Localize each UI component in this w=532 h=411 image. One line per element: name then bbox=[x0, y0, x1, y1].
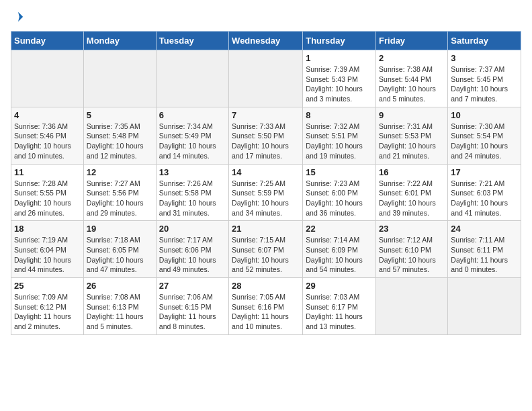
day-number: 28 bbox=[232, 281, 300, 291]
day-number: 2 bbox=[379, 53, 445, 63]
day-cell: 20Sunrise: 7:17 AM Sunset: 6:06 PM Dayli… bbox=[156, 221, 228, 278]
day-number: 1 bbox=[306, 53, 373, 63]
day-detail: Sunrise: 7:26 AM Sunset: 5:58 PM Dayligh… bbox=[159, 179, 226, 218]
day-cell: 8Sunrise: 7:32 AM Sunset: 5:51 PM Daylig… bbox=[303, 107, 376, 164]
day-detail: Sunrise: 7:34 AM Sunset: 5:49 PM Dayligh… bbox=[159, 122, 226, 161]
day-cell: 7Sunrise: 7:33 AM Sunset: 5:50 PM Daylig… bbox=[229, 107, 303, 164]
day-cell: 3Sunrise: 7:37 AM Sunset: 5:45 PM Daylig… bbox=[448, 50, 521, 107]
day-number: 24 bbox=[451, 224, 518, 234]
day-number: 3 bbox=[451, 53, 518, 63]
day-detail: Sunrise: 7:28 AM Sunset: 5:55 PM Dayligh… bbox=[14, 179, 81, 218]
day-number: 13 bbox=[159, 167, 226, 177]
day-cell: 9Sunrise: 7:31 AM Sunset: 5:53 PM Daylig… bbox=[376, 107, 448, 164]
day-cell: 23Sunrise: 7:12 AM Sunset: 6:10 PM Dayli… bbox=[376, 221, 448, 278]
day-cell: 21Sunrise: 7:15 AM Sunset: 6:07 PM Dayli… bbox=[229, 221, 303, 278]
col-header-monday: Monday bbox=[83, 32, 156, 50]
day-detail: Sunrise: 7:15 AM Sunset: 6:07 PM Dayligh… bbox=[232, 235, 300, 275]
day-cell bbox=[376, 278, 448, 335]
day-detail: Sunrise: 7:06 AM Sunset: 6:15 PM Dayligh… bbox=[159, 292, 226, 332]
day-detail: Sunrise: 7:12 AM Sunset: 6:10 PM Dayligh… bbox=[379, 235, 445, 275]
day-cell: 22Sunrise: 7:14 AM Sunset: 6:09 PM Dayli… bbox=[303, 221, 376, 278]
day-number: 26 bbox=[87, 281, 153, 291]
day-number: 15 bbox=[306, 167, 373, 177]
day-detail: Sunrise: 7:33 AM Sunset: 5:50 PM Dayligh… bbox=[232, 122, 300, 161]
week-row-4: 18Sunrise: 7:19 AM Sunset: 6:04 PM Dayli… bbox=[11, 221, 521, 278]
day-number: 17 bbox=[451, 167, 518, 177]
day-cell bbox=[229, 50, 303, 107]
day-cell bbox=[11, 50, 84, 107]
logo bbox=[11, 11, 24, 23]
day-detail: Sunrise: 7:05 AM Sunset: 6:16 PM Dayligh… bbox=[232, 292, 300, 332]
day-cell: 28Sunrise: 7:05 AM Sunset: 6:16 PM Dayli… bbox=[229, 278, 303, 335]
day-detail: Sunrise: 7:19 AM Sunset: 6:04 PM Dayligh… bbox=[14, 235, 81, 275]
day-detail: Sunrise: 7:38 AM Sunset: 5:44 PM Dayligh… bbox=[379, 64, 445, 104]
day-cell: 15Sunrise: 7:23 AM Sunset: 6:00 PM Dayli… bbox=[303, 164, 376, 221]
day-cell: 29Sunrise: 7:03 AM Sunset: 6:17 PM Dayli… bbox=[303, 278, 376, 335]
day-number: 18 bbox=[14, 224, 81, 234]
col-header-wednesday: Wednesday bbox=[229, 32, 303, 50]
day-detail: Sunrise: 7:31 AM Sunset: 5:53 PM Dayligh… bbox=[379, 122, 445, 161]
col-header-tuesday: Tuesday bbox=[156, 32, 228, 50]
day-number: 21 bbox=[232, 224, 300, 234]
day-detail: Sunrise: 7:03 AM Sunset: 6:17 PM Dayligh… bbox=[306, 292, 373, 332]
svg-marker-0 bbox=[18, 12, 23, 21]
day-detail: Sunrise: 7:08 AM Sunset: 6:13 PM Dayligh… bbox=[87, 292, 153, 332]
day-cell: 17Sunrise: 7:21 AM Sunset: 6:03 PM Dayli… bbox=[448, 164, 521, 221]
day-cell: 1Sunrise: 7:39 AM Sunset: 5:43 PM Daylig… bbox=[303, 50, 376, 107]
day-number: 23 bbox=[379, 224, 445, 234]
day-cell: 5Sunrise: 7:35 AM Sunset: 5:48 PM Daylig… bbox=[83, 107, 156, 164]
week-row-1: 1Sunrise: 7:39 AM Sunset: 5:43 PM Daylig… bbox=[11, 50, 521, 107]
day-number: 6 bbox=[159, 110, 226, 120]
col-header-thursday: Thursday bbox=[303, 32, 376, 50]
day-number: 9 bbox=[379, 110, 445, 120]
day-number: 7 bbox=[232, 110, 300, 120]
day-detail: Sunrise: 7:18 AM Sunset: 6:05 PM Dayligh… bbox=[87, 235, 153, 275]
week-row-2: 4Sunrise: 7:36 AM Sunset: 5:46 PM Daylig… bbox=[11, 107, 521, 164]
day-number: 16 bbox=[379, 167, 445, 177]
day-number: 20 bbox=[159, 224, 226, 234]
col-header-saturday: Saturday bbox=[448, 32, 521, 50]
day-cell: 25Sunrise: 7:09 AM Sunset: 6:12 PM Dayli… bbox=[11, 278, 84, 335]
day-cell: 6Sunrise: 7:34 AM Sunset: 5:49 PM Daylig… bbox=[156, 107, 228, 164]
day-detail: Sunrise: 7:37 AM Sunset: 5:45 PM Dayligh… bbox=[451, 64, 518, 104]
day-cell: 14Sunrise: 7:25 AM Sunset: 5:59 PM Dayli… bbox=[229, 164, 303, 221]
day-number: 25 bbox=[14, 281, 81, 291]
day-cell: 12Sunrise: 7:27 AM Sunset: 5:56 PM Dayli… bbox=[83, 164, 156, 221]
day-cell: 18Sunrise: 7:19 AM Sunset: 6:04 PM Dayli… bbox=[11, 221, 84, 278]
day-cell: 27Sunrise: 7:06 AM Sunset: 6:15 PM Dayli… bbox=[156, 278, 228, 335]
day-number: 12 bbox=[87, 167, 153, 177]
day-cell bbox=[448, 278, 521, 335]
day-detail: Sunrise: 7:17 AM Sunset: 6:06 PM Dayligh… bbox=[159, 235, 226, 275]
day-detail: Sunrise: 7:32 AM Sunset: 5:51 PM Dayligh… bbox=[306, 122, 373, 161]
day-detail: Sunrise: 7:25 AM Sunset: 5:59 PM Dayligh… bbox=[232, 179, 300, 218]
day-detail: Sunrise: 7:35 AM Sunset: 5:48 PM Dayligh… bbox=[87, 122, 153, 161]
day-number: 11 bbox=[14, 167, 81, 177]
day-cell: 10Sunrise: 7:30 AM Sunset: 5:54 PM Dayli… bbox=[448, 107, 521, 164]
day-number: 10 bbox=[451, 110, 518, 120]
day-detail: Sunrise: 7:39 AM Sunset: 5:43 PM Dayligh… bbox=[306, 64, 373, 104]
day-cell: 24Sunrise: 7:11 AM Sunset: 6:11 PM Dayli… bbox=[448, 221, 521, 278]
day-cell bbox=[83, 50, 156, 107]
calendar-table: SundayMondayTuesdayWednesdayThursdayFrid… bbox=[11, 31, 521, 335]
day-cell: 13Sunrise: 7:26 AM Sunset: 5:58 PM Dayli… bbox=[156, 164, 228, 221]
day-number: 19 bbox=[87, 224, 153, 234]
day-detail: Sunrise: 7:11 AM Sunset: 6:11 PM Dayligh… bbox=[451, 235, 518, 275]
day-number: 27 bbox=[159, 281, 226, 291]
day-cell: 26Sunrise: 7:08 AM Sunset: 6:13 PM Dayli… bbox=[83, 278, 156, 335]
day-cell bbox=[156, 50, 228, 107]
day-detail: Sunrise: 7:23 AM Sunset: 6:00 PM Dayligh… bbox=[306, 179, 373, 218]
day-cell: 19Sunrise: 7:18 AM Sunset: 6:05 PM Dayli… bbox=[83, 221, 156, 278]
day-cell: 4Sunrise: 7:36 AM Sunset: 5:46 PM Daylig… bbox=[11, 107, 84, 164]
day-cell: 2Sunrise: 7:38 AM Sunset: 5:44 PM Daylig… bbox=[376, 50, 448, 107]
day-detail: Sunrise: 7:30 AM Sunset: 5:54 PM Dayligh… bbox=[451, 122, 518, 161]
logo-icon bbox=[12, 11, 24, 23]
day-detail: Sunrise: 7:14 AM Sunset: 6:09 PM Dayligh… bbox=[306, 235, 373, 275]
day-number: 5 bbox=[87, 110, 153, 120]
week-row-5: 25Sunrise: 7:09 AM Sunset: 6:12 PM Dayli… bbox=[11, 278, 521, 335]
day-number: 14 bbox=[232, 167, 300, 177]
col-header-sunday: Sunday bbox=[11, 32, 84, 50]
day-number: 8 bbox=[306, 110, 373, 120]
week-row-3: 11Sunrise: 7:28 AM Sunset: 5:55 PM Dayli… bbox=[11, 164, 521, 221]
day-cell: 16Sunrise: 7:22 AM Sunset: 6:01 PM Dayli… bbox=[376, 164, 448, 221]
day-detail: Sunrise: 7:21 AM Sunset: 6:03 PM Dayligh… bbox=[451, 179, 518, 218]
